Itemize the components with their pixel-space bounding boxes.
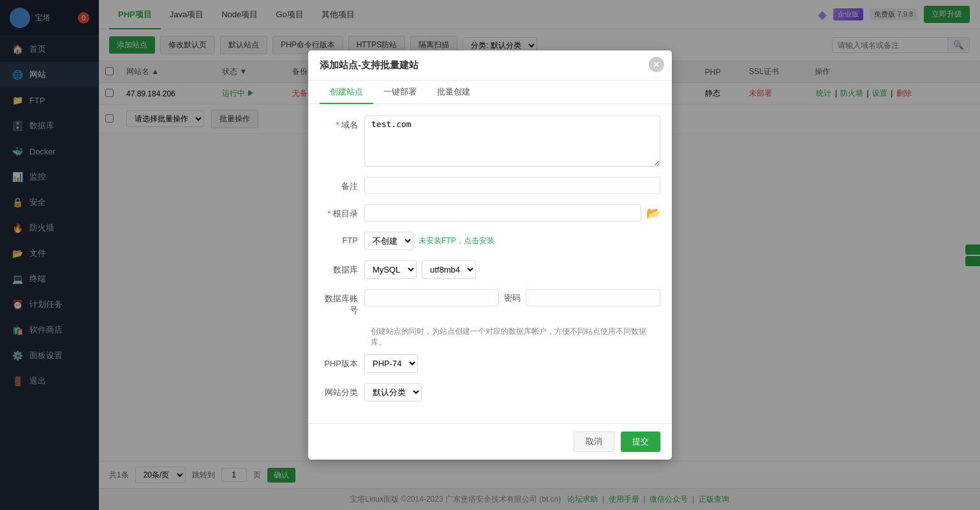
db-label: 数据库 [320, 260, 364, 276]
ftp-select[interactable]: 不创建 [364, 232, 413, 250]
rootdir-input[interactable]: /www/wwwroot/test.com [364, 204, 641, 221]
domain-label: 域名 [320, 116, 364, 131]
note-input[interactable]: test.com [364, 177, 660, 194]
db-account-label: 数据库账号 [320, 289, 364, 316]
db-account-input[interactable]: test_com [364, 289, 499, 306]
cancel-button[interactable]: 取消 [574, 431, 614, 452]
php-version-select[interactable]: PHP-74 [364, 354, 418, 373]
ftp-hint[interactable]: 未安装FTP，点击安装 [419, 236, 494, 246]
note-label: 备注 [320, 177, 364, 192]
modal-tabs: 创建站点 一键部署 批量创建 [308, 81, 672, 104]
php-version-label: PHP版本 [320, 354, 364, 370]
form-row-category: 网站分类 默认分类 [320, 383, 660, 401]
form-row-rootdir: 根目录 /www/wwwroot/test.com 📂 [320, 204, 660, 221]
modal-footer: 取消 提交 [308, 423, 672, 460]
modal-close-button[interactable]: ✕ [649, 57, 664, 72]
form-row-note: 备注 test.com [320, 177, 660, 194]
domain-input[interactable]: test.com [364, 116, 660, 167]
form-row-ftp: FTP 不创建 未安装FTP，点击安装 [320, 232, 660, 250]
submit-button[interactable]: 提交 [621, 431, 660, 452]
ftp-label: FTP [320, 232, 364, 245]
form-row-db-account: 数据库账号 test_com 密码 X6BXhpDK2HKra4b3 [320, 289, 660, 316]
rootdir-label: 根目录 [320, 204, 364, 220]
db-password-label: 密码 [504, 292, 521, 304]
modal-body: 域名 test.com 备注 test.com 根目录 /www/wwwroot… [308, 104, 672, 423]
modal-overlay: 添加站点-支持批量建站 ✕ 创建站点 一键部署 批量创建 域名 test.com… [0, 0, 980, 510]
form-row-database: 数据库 MySQL utf8mb4 [320, 260, 660, 279]
folder-browse-icon[interactable]: 📂 [646, 206, 660, 220]
db-note: 创建站点的同时，为站点创建一个对应的数据库帐户，方便不同站点使用不同数据库。 [320, 326, 660, 354]
db-type-select[interactable]: MySQL [364, 260, 417, 279]
tab-create-site[interactable]: 创建站点 [320, 81, 373, 104]
form-row-php: PHP版本 PHP-74 [320, 354, 660, 373]
modal-title: 添加站点-支持批量建站 [308, 50, 672, 81]
form-row-domain: 域名 test.com [320, 116, 660, 167]
tab-one-click-deploy[interactable]: 一键部署 [373, 81, 427, 104]
add-site-modal: 添加站点-支持批量建站 ✕ 创建站点 一键部署 批量创建 域名 test.com… [308, 50, 672, 460]
category-select[interactable]: 默认分类 [364, 383, 422, 401]
category-label: 网站分类 [320, 383, 364, 398]
db-charset-select[interactable]: utf8mb4 [422, 260, 476, 279]
db-password-input[interactable]: X6BXhpDK2HKra4b3 [526, 289, 660, 306]
tab-batch-create[interactable]: 批量创建 [427, 81, 480, 104]
